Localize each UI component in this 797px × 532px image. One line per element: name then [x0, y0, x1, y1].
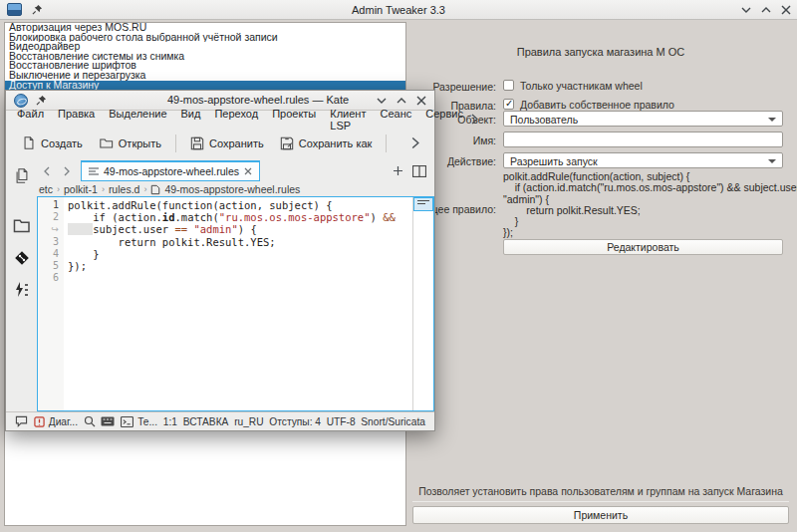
kate-statusbar: Диаг... Те... 1:1 ВСТАВКА ru_RU Отступы:…	[6, 411, 434, 430]
filesystem-icon[interactable]	[13, 218, 30, 233]
forward-icon[interactable]	[57, 166, 77, 176]
list-item[interactable]: Восстановление системы из снимка	[5, 52, 405, 62]
permission-label: Разрешение:	[432, 81, 496, 93]
breadcrumb-segment[interactable]: etc	[39, 183, 53, 195]
list-item[interactable]: Выключение и перезагрузка	[5, 71, 405, 81]
tab-menu-icon[interactable]	[89, 167, 99, 175]
code-line[interactable]: polkit.addRule(function(action, subject)…	[68, 199, 412, 211]
git-icon[interactable]	[13, 249, 31, 267]
close-icon[interactable]	[781, 5, 791, 15]
save-button[interactable]: Сохранить	[182, 132, 272, 155]
code-lines[interactable]: polkit.addRule(function(action, subject)…	[64, 197, 412, 410]
minimap-viewport[interactable]	[413, 197, 433, 211]
object-select[interactable]: Пользователь	[503, 111, 783, 127]
kate-minimize-icon[interactable]	[377, 96, 387, 106]
current-rule-text: polkit.addRule(function(action, subject)…	[503, 171, 797, 239]
line-number: 6	[38, 272, 64, 284]
kate-toolbar: Создать Открыть Сохранить Сохранить как	[6, 128, 434, 158]
code-line[interactable]: return polkit.Result.YES;	[68, 236, 412, 248]
kate-maximize-icon[interactable]	[397, 96, 406, 106]
kate-tabbar: 49-mos-appstore-wheel.rules	[37, 159, 434, 182]
list-item[interactable]: Видеодрайвер	[5, 42, 405, 52]
custom-rule-checkbox[interactable]	[503, 99, 514, 110]
documents-icon[interactable]	[14, 167, 30, 184]
output-panel-button[interactable]	[15, 415, 28, 427]
line-number: 4	[38, 248, 64, 260]
gutter: 12↪3456	[38, 197, 64, 410]
new-tab-icon[interactable]	[394, 166, 402, 175]
code-line[interactable]	[68, 272, 412, 284]
breadcrumb-segment[interactable]: rules.d	[109, 183, 140, 195]
search-button[interactable]	[84, 415, 96, 427]
code-editor[interactable]: 12↪3456 polkit.addRule(function(action, …	[37, 196, 434, 411]
open-file-button[interactable]: Открыть	[91, 132, 169, 155]
diagnostics-button[interactable]: Диаг...	[34, 416, 78, 427]
dictionary[interactable]: ru_RU	[234, 416, 263, 427]
open-folder-icon	[99, 136, 114, 150]
tab-label: 49-mos-appstore-wheel.rules	[104, 165, 239, 177]
wheel-only-checkbox[interactable]	[503, 80, 514, 91]
toolbar-overflow-icon[interactable]	[410, 136, 420, 149]
list-item[interactable]: Блокировка рабочего стола выбранной учёт…	[5, 33, 405, 43]
kate-menubar: ФайлПравкаВыделениеВидПереходПроектыКлие…	[6, 111, 434, 128]
save-as-button[interactable]: Сохранить как	[272, 132, 381, 155]
terminal-button[interactable]: Те...	[121, 416, 157, 427]
code-line[interactable]: });	[68, 260, 412, 272]
menu-overflow-icon[interactable]	[470, 114, 479, 125]
breadcrumb-segment[interactable]: polkit-1	[64, 183, 98, 195]
breadcrumb-separator-icon: ›	[57, 184, 60, 194]
line-number: 5	[38, 260, 64, 272]
wrap-marker: ↪	[38, 223, 64, 235]
panel-separator	[412, 501, 789, 502]
list-item[interactable]: Авторизация через MOS.RU	[5, 23, 405, 33]
encoding[interactable]: UTF-8	[327, 416, 356, 427]
save-as-icon	[280, 136, 294, 150]
line-number: 3	[38, 236, 64, 248]
tab-rules-file[interactable]: 49-mos-appstore-wheel.rules	[81, 160, 260, 181]
custom-rule-label: Добавить собственное правило	[520, 99, 674, 111]
kate-window-title: 49-mos-appstore-wheel.rules — Kate	[126, 94, 391, 106]
code-line[interactable]: }	[68, 248, 412, 260]
kate-sidebar	[6, 159, 37, 411]
code-line[interactable]: if (action.id.match("ru.mos.os.mos-appst…	[68, 211, 412, 223]
kate-window: 49-mos-appstore-wheel.rules — Kate ФайлП…	[5, 90, 435, 431]
file-icon	[150, 184, 160, 195]
name-label: Имя:	[473, 134, 496, 146]
new-document-icon	[22, 135, 36, 150]
list-item[interactable]: Доступ к Магазину	[5, 81, 405, 91]
save-icon	[190, 136, 204, 150]
wheel-only-label: Только участникам wheel	[520, 80, 643, 92]
keyboard-button[interactable]	[101, 416, 115, 426]
main-titlebar: Admin Tweaker 3.3	[0, 0, 797, 20]
action-select[interactable]: Разрешить запуск	[503, 152, 783, 168]
tab-close-icon[interactable]	[244, 167, 252, 175]
cursor-position: 1:1	[163, 416, 177, 427]
kate-app-icon	[14, 94, 28, 108]
edit-button[interactable]: Редактировать	[503, 239, 783, 255]
kate-close-icon[interactable]	[416, 96, 426, 106]
split-view-icon[interactable]	[412, 165, 426, 177]
minimize-icon[interactable]	[741, 5, 751, 15]
minimap-scrollbar[interactable]	[412, 197, 433, 410]
breadcrumb[interactable]: etc›polkit-1›rules.d›49-mos-appstore-whe…	[39, 182, 432, 196]
breadcrumb-separator-icon: ›	[143, 184, 146, 194]
name-input[interactable]	[503, 132, 783, 147]
code-line[interactable]: subject.user == "admin") {	[68, 223, 412, 235]
list-item[interactable]: Восстановление шрифтов	[5, 61, 405, 71]
line-number: 1	[38, 199, 64, 211]
panel-description: Позволяет установить права пользователям…	[408, 485, 793, 497]
action-label: Действие:	[447, 155, 496, 167]
syntax-mode[interactable]: Snort/Suricata	[361, 416, 425, 427]
symbols-icon[interactable]	[14, 281, 30, 299]
input-mode[interactable]: ВСТАВКА	[183, 416, 229, 427]
main-window-title: Admin Tweaker 3.3	[0, 4, 797, 16]
panel-title: Правила запуска магазина М ОС	[408, 46, 793, 58]
kate-pin-icon[interactable]	[36, 95, 47, 106]
new-file-button[interactable]: Создать	[14, 132, 91, 155]
back-icon[interactable]	[37, 166, 57, 176]
breadcrumb-separator-icon: ›	[102, 184, 105, 194]
indent-setting[interactable]: Отступы: 4	[269, 416, 321, 427]
apply-button[interactable]: Применить	[412, 506, 789, 524]
breadcrumb-segment[interactable]: 49-mos-appstore-wheel.rules	[164, 183, 300, 195]
maximize-icon[interactable]	[761, 5, 771, 15]
